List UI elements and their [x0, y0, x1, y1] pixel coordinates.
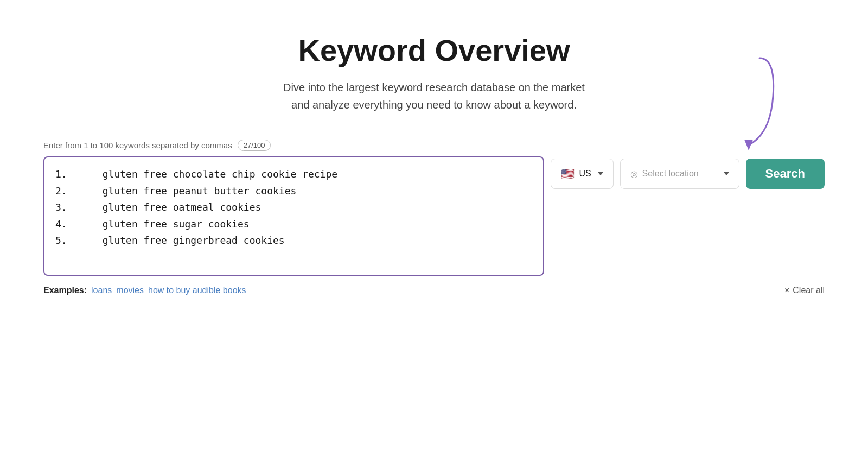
- country-selector[interactable]: 🇺🇸 US: [551, 159, 613, 189]
- keywords-textarea[interactable]: 1. gluten free chocolate chip cookie rec…: [43, 156, 544, 276]
- location-placeholder: Select location: [642, 169, 699, 179]
- x-icon: ×: [784, 286, 789, 295]
- search-row: 1. gluten free chocolate chip cookie rec…: [43, 156, 825, 276]
- keyword-count-badge: 27/100: [238, 140, 271, 151]
- clear-all-label: Clear all: [793, 286, 825, 295]
- examples-row: Examples: loans movies how to buy audibl…: [43, 286, 825, 295]
- page-title: Keyword Overview: [298, 33, 570, 68]
- keyword-count-label: Enter from 1 to 100 keywords separated b…: [43, 140, 825, 151]
- search-section: Enter from 1 to 100 keywords separated b…: [43, 140, 825, 295]
- arrow-icon: [716, 53, 781, 161]
- location-chevron-icon: [724, 172, 729, 175]
- svg-marker-0: [744, 140, 753, 150]
- country-chevron-icon: [598, 172, 603, 175]
- examples-label: Examples:: [43, 286, 87, 295]
- page-subtitle: Dive into the largest keyword research d…: [283, 79, 585, 113]
- country-code: US: [579, 169, 591, 179]
- controls-col: 🇺🇸 US ◎ Select location Search: [551, 156, 825, 276]
- search-button[interactable]: Search: [746, 159, 825, 189]
- location-selector[interactable]: ◎ Select location: [620, 159, 739, 189]
- example-link-audible[interactable]: how to buy audible books: [148, 286, 246, 295]
- arrow-annotation: [716, 53, 781, 161]
- clear-all-button[interactable]: × Clear all: [784, 286, 825, 295]
- location-pin-icon: ◎: [630, 169, 638, 179]
- examples-left: Examples: loans movies how to buy audibl…: [43, 286, 246, 295]
- example-link-loans[interactable]: loans: [91, 286, 112, 295]
- example-link-movies[interactable]: movies: [116, 286, 144, 295]
- us-flag-icon: 🇺🇸: [561, 167, 575, 180]
